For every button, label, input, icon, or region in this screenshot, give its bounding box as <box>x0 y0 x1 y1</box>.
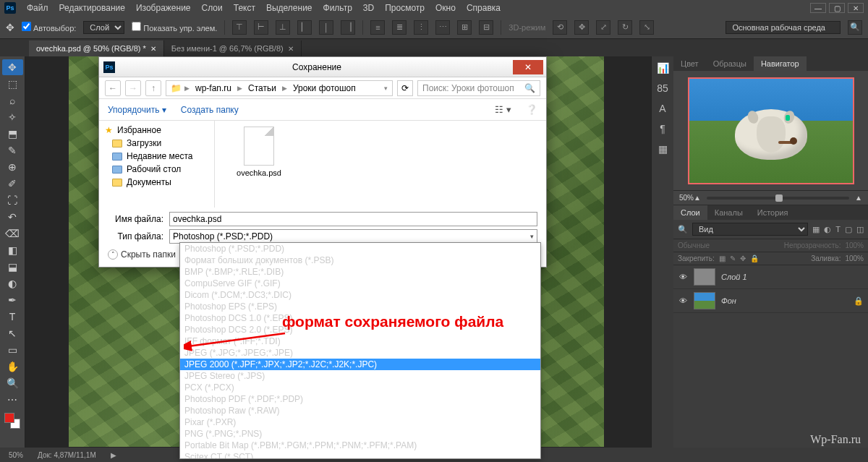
format-option[interactable]: CompuServe GIF (*.GIF) <box>180 278 540 289</box>
stamp-tool[interactable]: ⛶ <box>2 192 23 208</box>
format-option[interactable]: Photoshop PDF (*.PDF;*.PDP) <box>180 393 540 405</box>
new-folder-button[interactable]: Создать папку <box>181 105 239 115</box>
healing-tool[interactable]: ⊕ <box>2 159 23 175</box>
help-button[interactable]: ❔ <box>526 104 537 115</box>
filetype-select[interactable]: Photoshop (*.PSD;*.PDD)▾ <box>169 229 537 244</box>
blend-mode[interactable]: Обычные <box>678 241 710 249</box>
format-option[interactable]: Photoshop Raw (*.RAW) <box>180 405 540 416</box>
3d-rotate-icon[interactable]: ↻ <box>618 20 632 35</box>
search-icon[interactable]: 🔍 <box>848 20 862 35</box>
visibility-icon[interactable]: 👁 <box>678 296 688 305</box>
eyedropper-tool[interactable]: ✎ <box>2 142 23 158</box>
filter-smart-icon[interactable]: ◫ <box>856 225 864 234</box>
opacity-value[interactable]: 100% <box>845 241 864 249</box>
3d-scale-icon[interactable]: ⤡ <box>639 20 654 35</box>
crop-tool[interactable]: ⬒ <box>2 126 23 142</box>
menu-3d[interactable]: 3D <box>363 3 374 13</box>
workspace-select[interactable]: Основная рабочая среда <box>726 21 841 34</box>
menu-text[interactable]: Текст <box>234 3 255 13</box>
character-icon[interactable]: A <box>659 103 665 114</box>
window-maximize[interactable]: ▢ <box>829 3 845 13</box>
navigator-preview[interactable] <box>673 71 868 190</box>
filetype-dropdown[interactable]: Photoshop (*.PSD;*.PDD)Формат больших до… <box>179 242 541 459</box>
3d-pan-icon[interactable]: ✥ <box>574 20 589 35</box>
autoselect-type[interactable]: Слой <box>83 21 124 34</box>
nav-forward-button[interactable]: → <box>125 80 141 96</box>
align-hcenter-icon[interactable]: │ <box>319 20 333 35</box>
menu-filter[interactable]: Фильтр <box>323 3 352 13</box>
filename-input[interactable] <box>169 212 537 226</box>
format-option[interactable]: BMP (*.BMP;*.RLE;*.DIB) <box>180 266 540 278</box>
distribute-3-icon[interactable]: ⋮ <box>414 20 428 35</box>
3d-zoom-icon[interactable]: ⤢ <box>596 20 610 35</box>
format-option[interactable]: Photoshop DCS 1.0 (*.EPS) <box>180 312 540 324</box>
file-item[interactable]: ovechka.psd <box>226 127 292 177</box>
menu-image[interactable]: Изображение <box>136 3 191 13</box>
format-option[interactable]: IFF формат (*.IFF;*.TDI) <box>180 335 540 347</box>
menu-window[interactable]: Окно <box>435 3 456 13</box>
nav-up-button[interactable]: ↑ <box>145 80 161 96</box>
marquee-tool[interactable]: ⬚ <box>2 76 23 92</box>
tree-documents[interactable]: Документы <box>105 176 208 189</box>
move-tool[interactable]: ✥ <box>2 59 23 75</box>
properties-icon[interactable]: 85 <box>657 82 668 94</box>
edit-toolbar[interactable]: ⋯ <box>2 392 23 408</box>
visibility-icon[interactable]: 👁 <box>678 273 688 281</box>
filter-shape-icon[interactable]: ▢ <box>845 225 852 234</box>
zoom-out-icon[interactable]: ▲ <box>694 194 701 202</box>
filter-adjust-icon[interactable]: ◐ <box>824 225 831 234</box>
format-option[interactable]: JPEG Stereo (*.JPS) <box>180 370 540 382</box>
autoselect-checkbox[interactable]: Автовыбор: <box>22 22 76 33</box>
blur-tool[interactable]: ⬓ <box>2 259 23 275</box>
history-brush-tool[interactable]: ↶ <box>2 209 23 225</box>
tree-desktop[interactable]: Рабочий стол <box>105 163 208 176</box>
distribute-6-icon[interactable]: ⊟ <box>479 20 493 35</box>
lock-pixel-icon[interactable]: ▦ <box>719 254 726 262</box>
filter-type-icon[interactable]: T <box>835 225 841 234</box>
zoom-in-icon[interactable]: ▲ <box>855 194 862 202</box>
format-option[interactable]: JPEG (*.JPG;*.JPEG;*.JPE) <box>180 347 540 359</box>
format-option[interactable]: Photoshop DCS 2.0 (*.EPS) <box>180 324 540 335</box>
hand-tool[interactable]: ✋ <box>2 359 23 375</box>
format-option[interactable]: Pixar (*.PXR) <box>180 416 540 428</box>
tab-navigator[interactable]: Навигатор <box>754 56 807 71</box>
tab-layers[interactable]: Слои <box>673 205 707 220</box>
distribute-4-icon[interactable]: ⋯ <box>435 20 450 35</box>
type-tool[interactable]: T <box>2 309 23 325</box>
shape-tool[interactable]: ▭ <box>2 342 23 358</box>
view-mode-button[interactable]: ☷ ▾ <box>495 104 511 115</box>
close-icon[interactable]: ✕ <box>150 45 156 53</box>
align-top-icon[interactable]: ⊤ <box>232 20 247 35</box>
close-icon[interactable]: ✕ <box>288 45 294 53</box>
zoom-tool[interactable]: 🔍 <box>2 375 23 391</box>
wand-tool[interactable]: ✧ <box>2 109 23 125</box>
lock-brush-icon[interactable]: ✎ <box>730 254 736 262</box>
nav-back-button[interactable]: ← <box>105 80 121 96</box>
align-bottom-icon[interactable]: ⊥ <box>276 20 290 35</box>
breadcrumb[interactable]: 📁 ▶ wp-fan.ru▶ Статьи▶ Уроки фотошоп ▾ <box>166 80 393 96</box>
format-option[interactable]: JPEG 2000 (*.JPF;*.JPX;*.JP2;*.J2C;*.J2K… <box>180 359 540 370</box>
search-input[interactable]: Поиск: Уроки фотошоп🔍 <box>417 80 540 96</box>
color-swatches[interactable] <box>4 413 20 429</box>
window-minimize[interactable]: — <box>810 3 826 13</box>
brush-tool[interactable]: ✐ <box>2 176 23 192</box>
dialog-titlebar[interactable]: Ps Сохранение ✕ <box>99 57 546 77</box>
align-left-icon[interactable]: ▏ <box>297 20 312 35</box>
tab-color[interactable]: Цвет <box>673 56 706 71</box>
fill-value[interactable]: 100% <box>845 254 864 262</box>
filter-icon[interactable]: 🔍 <box>678 225 688 234</box>
menu-layers[interactable]: Слои <box>202 3 223 13</box>
tab-history[interactable]: История <box>750 205 796 220</box>
filter-pixel-icon[interactable]: ▦ <box>812 225 820 234</box>
layer-filter-select[interactable]: Вид <box>692 223 808 236</box>
layer-item[interactable]: 👁 Фон 🔒 <box>673 289 868 313</box>
gradient-tool[interactable]: ◧ <box>2 242 23 258</box>
swatches-icon[interactable]: ▦ <box>658 143 668 155</box>
lock-pos-icon[interactable]: ✥ <box>740 254 746 262</box>
format-option[interactable]: Photoshop (*.PSD;*.PDD) <box>180 243 540 254</box>
tab-ovechka[interactable]: ovechka.psd @ 50% (RGB/8) *✕ <box>29 40 164 56</box>
tab-swatches[interactable]: Образцы <box>706 56 754 71</box>
pen-tool[interactable]: ✒ <box>2 292 23 308</box>
menu-select[interactable]: Выделение <box>266 3 312 13</box>
dialog-close-button[interactable]: ✕ <box>513 60 543 74</box>
